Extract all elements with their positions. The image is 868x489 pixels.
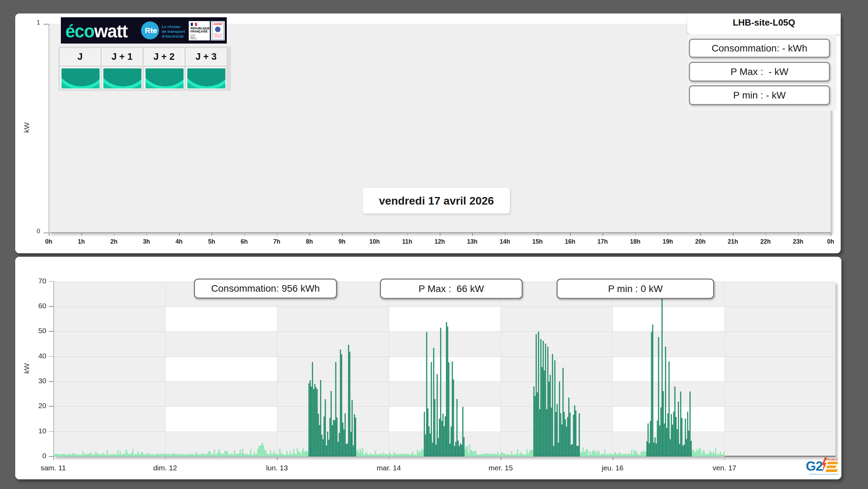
svg-text:G2: G2: [806, 459, 823, 473]
svg-text:Optimisation des ressources én: Optimisation des ressources énergétiques: [809, 473, 839, 475]
svg-text:FRANCE: FRANCE: [826, 458, 838, 461]
